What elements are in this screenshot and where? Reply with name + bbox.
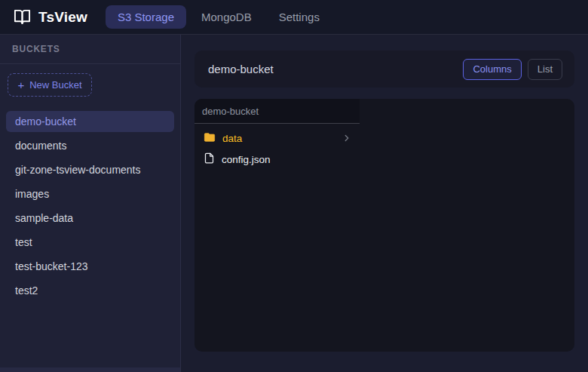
folder-name: data	[222, 133, 335, 144]
buckets-sidebar: BUCKETS + New Bucket demo-bucket documen…	[0, 35, 181, 372]
main-content: demo-bucket Columns List demo-bucket da	[181, 35, 588, 372]
tab-mongodb[interactable]: MongoDB	[189, 5, 264, 29]
file-row-config-json[interactable]: config.json	[194, 149, 360, 170]
bucket-title: demo-bucket	[208, 63, 274, 75]
plus-icon: +	[17, 79, 24, 91]
folder-row-data[interactable]: data	[194, 128, 360, 149]
horizontal-scrollbar[interactable]	[0, 367, 180, 372]
file-browser-panel: demo-bucket data	[194, 99, 574, 352]
bucket-item-test-bucket-123[interactable]: test-bucket-123	[6, 256, 174, 277]
app-title: TsView	[38, 9, 87, 26]
folder-icon	[204, 131, 216, 146]
buckets-section-header: BUCKETS	[0, 35, 180, 64]
new-bucket-label: New Bucket	[29, 79, 81, 91]
list-view-button[interactable]: List	[528, 59, 562, 80]
bucket-item-sample-data[interactable]: sample-data	[6, 208, 174, 229]
bucket-list: demo-bucket documents git-zone-tsview-do…	[0, 111, 180, 304]
columns-view-button[interactable]: Columns	[463, 59, 521, 80]
bucket-item-images[interactable]: images	[6, 183, 174, 204]
new-bucket-button[interactable]: + New Bucket	[8, 73, 92, 97]
main-tabs: S3 Storage MongoDB Settings	[106, 5, 332, 29]
bucket-item-git-zone-tsview-documents[interactable]: git-zone-tsview-documents	[6, 159, 174, 180]
top-navigation-bar: TsView S3 Storage MongoDB Settings	[0, 0, 588, 35]
column-header: demo-bucket	[194, 99, 360, 124]
column-body: data	[194, 124, 360, 170]
file-name: config.json	[222, 154, 352, 165]
bucket-item-test[interactable]: test	[6, 232, 174, 253]
brand: TsView	[14, 8, 87, 26]
buckets-section-label: BUCKETS	[12, 44, 60, 54]
tab-s3-storage[interactable]: S3 Storage	[106, 5, 186, 29]
chevron-right-icon	[341, 133, 352, 143]
bucket-item-demo-bucket[interactable]: demo-bucket	[6, 111, 174, 132]
bucket-item-test2[interactable]: test2	[6, 280, 174, 301]
browser-column-demo-bucket: demo-bucket data	[194, 99, 360, 352]
bucket-item-documents[interactable]: documents	[6, 135, 174, 156]
file-icon	[204, 152, 215, 166]
view-toggle: Columns List	[463, 59, 562, 80]
book-logo-icon	[14, 8, 31, 26]
tab-settings[interactable]: Settings	[267, 5, 332, 29]
bucket-header-card: demo-bucket Columns List	[194, 51, 574, 88]
